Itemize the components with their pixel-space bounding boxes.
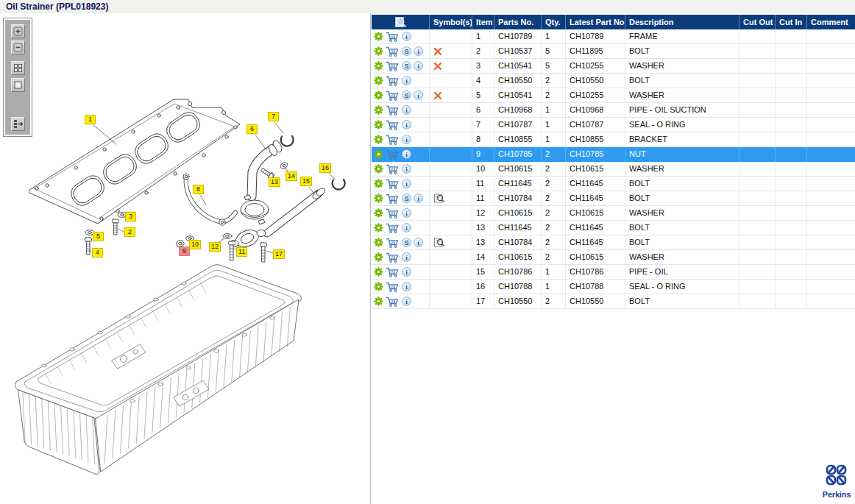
zoom-area-button[interactable] (11, 61, 25, 75)
table-row[interactable]: i 9 CH10785 2 CH10785 NUT (372, 147, 855, 162)
info-icon[interactable]: i (402, 120, 411, 129)
cart-icon[interactable] (386, 238, 400, 248)
cart-icon[interactable] (386, 105, 400, 116)
info-icon[interactable]: i (402, 267, 411, 277)
table-row[interactable]: i 10 CH10615 2 CH10615 WASHER (372, 162, 855, 177)
info-icon[interactable]: i (402, 223, 411, 233)
config-gear-icon[interactable] (374, 223, 383, 233)
preview-document-icon[interactable] (433, 193, 445, 204)
table-row[interactable]: i 11 CH11645 2 CH11645 BOLT (372, 177, 855, 191)
zoom-fit-button[interactable] (11, 78, 25, 92)
config-gear-icon[interactable] (374, 297, 383, 306)
cart-icon[interactable] (386, 179, 400, 189)
column-header[interactable]: Parts No. (494, 15, 542, 29)
table-row[interactable]: i 6 CH10968 1 CH10968 PIPE - OIL SUCTION (372, 103, 855, 118)
info-icon[interactable]: i (402, 179, 411, 188)
table-row[interactable]: S i 5 CH10541 2 CH10255 WASHER (372, 88, 855, 103)
column-header[interactable]: Cut In (776, 15, 807, 29)
cart-icon[interactable] (386, 120, 400, 130)
diagram-callout-2[interactable]: 2 (124, 227, 135, 237)
zoom-out-button[interactable] (11, 40, 25, 54)
cart-icon[interactable] (386, 32, 400, 42)
config-gear-icon[interactable] (374, 46, 383, 56)
column-header[interactable]: Latest Part No. (566, 15, 625, 29)
info-icon[interactable]: i (414, 194, 423, 203)
zoom-in-button[interactable] (11, 24, 25, 38)
config-gear-icon[interactable] (374, 282, 383, 291)
table-row[interactable]: i 12 CH10615 2 CH10615 WASHER (372, 206, 855, 221)
column-header[interactable]: Comment (807, 15, 855, 29)
table-row[interactable]: i 4 CH10550 2 CH10550 BOLT (372, 74, 855, 88)
info-icon[interactable]: i (402, 32, 411, 41)
cart-icon[interactable] (386, 252, 400, 263)
column-header[interactable]: Description (625, 15, 739, 29)
info-icon[interactable]: i (402, 282, 411, 291)
diagram-callout-4[interactable]: 4 (92, 248, 103, 258)
config-gear-icon[interactable] (374, 164, 383, 174)
table-row[interactable]: i 16 CH10788 1 CH10788 SEAL - O RING (372, 280, 855, 294)
column-header[interactable]: Symbol(s) (430, 15, 472, 29)
toggle-parts-panel-button[interactable] (11, 117, 25, 131)
table-row[interactable]: S i 3 CH10541 5 CH10255 WASHER (372, 59, 855, 74)
cart-icon[interactable] (386, 267, 400, 277)
preview-document-icon[interactable] (433, 237, 445, 248)
cart-icon[interactable] (386, 61, 400, 71)
table-row[interactable]: i 1 CH10789 1 CH10789 FRAME (372, 29, 855, 44)
config-gear-icon[interactable] (374, 194, 383, 203)
info-icon[interactable]: i (402, 252, 411, 262)
config-gear-icon[interactable] (374, 76, 383, 85)
config-gear-icon[interactable] (374, 208, 383, 218)
cart-icon[interactable] (386, 297, 400, 307)
diagram-callout-10[interactable]: 10 (189, 240, 201, 249)
info-icon[interactable]: i (402, 164, 411, 174)
diagram-callout-15[interactable]: 15 (300, 177, 312, 186)
column-header[interactable]: Qty. (542, 15, 566, 29)
column-header-search[interactable] (372, 15, 430, 29)
info-icon[interactable]: i (414, 61, 423, 71)
table-row[interactable]: S i 11 CH10784 2 CH11645 BOLT (372, 191, 855, 206)
config-gear-icon[interactable] (374, 179, 383, 188)
diagram-callout-7[interactable]: 7 (268, 112, 279, 121)
diagram-callout-14[interactable]: 14 (285, 171, 297, 181)
config-gear-icon[interactable] (374, 32, 383, 41)
info-icon[interactable]: i (414, 238, 423, 247)
diagram-callout-6[interactable]: 6 (246, 124, 258, 134)
diagram-callout-5[interactable]: 5 (93, 232, 104, 241)
diagram-callout-13[interactable]: 13 (269, 177, 280, 187)
diagram-callout-12[interactable]: 12 (209, 242, 221, 252)
column-header[interactable]: Item (472, 15, 494, 29)
config-gear-icon[interactable] (374, 238, 383, 247)
cart-icon[interactable] (386, 135, 400, 145)
table-row[interactable]: i 8 CH10855 1 CH10855 BRACKET (372, 132, 855, 147)
cart-icon[interactable] (386, 282, 400, 292)
table-row[interactable]: S i 13 CH10784 2 CH11645 BOLT (372, 235, 855, 250)
config-gear-icon[interactable] (374, 149, 383, 159)
table-row[interactable]: i 17 CH10550 2 CH10550 BOLT (372, 294, 855, 309)
cart-icon[interactable] (386, 208, 400, 219)
info-icon[interactable]: i (402, 149, 411, 159)
info-icon[interactable]: i (414, 90, 423, 100)
supersession-badge-icon[interactable]: S (402, 194, 411, 203)
pane-divider[interactable] (370, 13, 371, 504)
config-gear-icon[interactable] (374, 120, 383, 129)
table-row[interactable]: S i 2 CH10537 5 CH11895 BOLT (372, 44, 855, 59)
diagram-callout-9[interactable]: 9 (179, 246, 190, 256)
supersession-badge-icon[interactable]: S (402, 238, 411, 247)
supersession-badge-icon[interactable]: S (402, 46, 411, 56)
config-gear-icon[interactable] (374, 252, 383, 262)
supersession-badge-icon[interactable]: S (402, 90, 411, 100)
info-icon[interactable]: i (402, 76, 411, 85)
supersession-badge-icon[interactable]: S (402, 61, 411, 71)
cart-icon[interactable] (386, 149, 400, 160)
info-icon[interactable]: i (402, 105, 411, 115)
cart-icon[interactable] (386, 76, 400, 86)
config-gear-icon[interactable] (374, 105, 383, 115)
table-row[interactable]: i 15 CH10786 1 CH10786 PIPE - OIL (372, 265, 855, 280)
table-row[interactable]: i 7 CH10787 1 CH10787 SEAL - O RING (372, 118, 855, 132)
config-gear-icon[interactable] (374, 90, 383, 100)
cart-icon[interactable] (386, 164, 400, 174)
config-gear-icon[interactable] (374, 135, 383, 144)
cart-icon[interactable] (386, 223, 400, 233)
diagram-callout-3[interactable]: 3 (125, 212, 136, 221)
config-gear-icon[interactable] (374, 267, 383, 277)
